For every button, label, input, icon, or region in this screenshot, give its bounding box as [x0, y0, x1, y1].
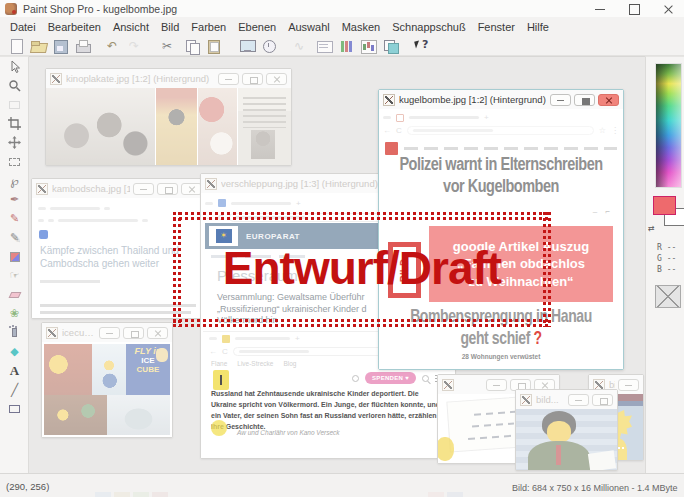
menu-ebenen[interactable]: Ebenen: [232, 19, 282, 35]
print-icon[interactable]: [74, 38, 91, 54]
kinoplakate-titlebar[interactable]: kinoplakate.jpg [1:2] (Hintergrund): [46, 69, 291, 88]
menu-datei[interactable]: Datei: [4, 19, 42, 35]
menu-masken[interactable]: Masken: [336, 19, 387, 35]
null-style-swatch[interactable]: [655, 285, 681, 308]
close-button[interactable]: [662, 3, 674, 15]
cut-icon[interactable]: ✂: [162, 38, 179, 54]
undo-icon[interactable]: ↶: [107, 38, 124, 54]
eraser-tool-icon[interactable]: [0, 285, 29, 304]
document-window-reporter[interactable]: bild...: [515, 389, 618, 471]
menu-schnappschuss[interactable]: Schnappschuß: [386, 19, 471, 35]
freehand-tool-icon[interactable]: ℘: [0, 171, 29, 190]
color-replacer-tool-icon[interactable]: [0, 247, 29, 266]
icecube-minimize-button[interactable]: [99, 327, 120, 339]
reporter-maximize-button[interactable]: [592, 394, 613, 406]
document-window-icecube[interactable]: icecube.jpg [1:1] (Hintergrund) FLY in I…: [41, 322, 173, 438]
notes-minimize-button[interactable]: [486, 379, 507, 391]
menu-farben[interactable]: Farben: [185, 19, 232, 35]
save-file-icon[interactable]: [52, 38, 69, 54]
green-channel-label: G --: [657, 254, 676, 263]
swap-colors-icon[interactable]: ⇄: [648, 224, 655, 233]
shape-tool-icon[interactable]: [0, 399, 29, 418]
clone-brush-tool-icon[interactable]: ✎: [0, 228, 29, 247]
mover-tool-icon[interactable]: [0, 133, 29, 152]
arrow-tool-icon[interactable]: [0, 57, 29, 76]
kambodscha-maximize-button[interactable]: [157, 183, 178, 195]
blue-channel-label: B --: [657, 265, 676, 274]
color-picker-tool-icon[interactable]: ✒: [0, 190, 29, 209]
browser-chrome: + ←C☆⋮: [383, 111, 619, 139]
menu-hilfe[interactable]: Hilfe: [521, 19, 555, 35]
kugelbombe-headline1: Polizei warnt in Elternschreiben vor Kug…: [379, 153, 623, 196]
icecube-close-button[interactable]: [147, 327, 168, 339]
histogram-icon[interactable]: [338, 38, 355, 54]
selection-tool-icon[interactable]: [0, 152, 29, 171]
retouch-tool-icon[interactable]: ☞: [0, 266, 29, 285]
kugelbombe-close-button[interactable]: [598, 94, 619, 106]
menu-bearbeiten[interactable]: Bearbeiten: [42, 19, 107, 35]
curve-icon[interactable]: ∿: [294, 38, 311, 54]
crop-tool-icon[interactable]: [0, 114, 29, 133]
chart-icon[interactable]: [360, 38, 377, 54]
full-screen-preview-icon[interactable]: [239, 38, 256, 54]
menu-bild[interactable]: Bild: [155, 19, 185, 35]
kinoplakate-image: [46, 88, 291, 165]
lisa-minimize-button[interactable]: [618, 379, 639, 391]
kugelbombe-titlebar[interactable]: kugelbombe.jpg [1:2] (Hintergrund): [379, 90, 623, 109]
kambodscha-close-button[interactable]: [181, 183, 202, 195]
document-icon: [46, 327, 58, 339]
cartoon-panel: [92, 344, 126, 395]
taskbar-hint: [95, 492, 168, 497]
deform-tool-icon[interactable]: [0, 95, 29, 114]
copy-icon[interactable]: [184, 38, 201, 54]
timer-icon[interactable]: [261, 38, 278, 54]
color-picker-gradient[interactable]: [655, 63, 682, 188]
paintbrush-tool-icon[interactable]: ✎: [0, 209, 29, 228]
nav-links-placeholder: [211, 255, 305, 258]
kinoplakate-maximize-button[interactable]: [242, 73, 263, 85]
menu-ansicht[interactable]: Ansicht: [107, 19, 155, 35]
maximize-button[interactable]: [628, 3, 640, 15]
cartoon-panel: [44, 395, 107, 435]
airbrush-tool-icon[interactable]: [0, 323, 29, 342]
redo-icon[interactable]: ↷: [129, 38, 146, 54]
kugelbombe-maximize-button[interactable]: [574, 94, 595, 106]
document-window-kugelbombe[interactable]: kugelbombe.jpg [1:2] (Hintergrund) + ←C☆…: [378, 89, 624, 370]
foreground-color-swatch[interactable]: [653, 196, 676, 215]
icecube-maximize-button[interactable]: [123, 327, 144, 339]
document-window-kinoplakate[interactable]: kinoplakate.jpg [1:2] (Hintergrund): [45, 68, 292, 166]
menu-auswahl[interactable]: Auswahl: [282, 19, 336, 35]
line-tool-icon[interactable]: ╱: [0, 380, 29, 399]
kugelbombe-minimize-button[interactable]: [550, 94, 571, 106]
app-titlebar[interactable]: Paint Shop Pro - kugelbombe.jpg: [0, 0, 684, 17]
layers-icon[interactable]: [382, 38, 399, 54]
new-file-icon[interactable]: [8, 38, 25, 54]
reporter-minimize-button[interactable]: [568, 394, 589, 406]
icecube-titlebar[interactable]: icecube.jpg [1:1] (Hintergrund): [42, 323, 172, 342]
color-panel: ⇄ R -- G -- B --: [645, 56, 684, 473]
dialog-icon[interactable]: [316, 38, 333, 54]
text-tool-icon[interactable]: A: [0, 361, 29, 380]
flood-fill-tool-icon[interactable]: ◆: [0, 342, 29, 361]
kinoplakate-minimize-button[interactable]: [218, 73, 239, 85]
document-window-kambodscha[interactable]: kambodscha.jpg [1:3] (Hintergrund) Kämpf…: [31, 178, 207, 319]
kinoplakate-close-button[interactable]: [266, 73, 287, 85]
reporter-image: [516, 409, 617, 470]
document-icon: [442, 379, 454, 391]
kambodscha-minimize-button[interactable]: [133, 183, 154, 195]
mdi-workspace: kinoplakate.jpg [1:2] (Hintergrund) kamb…: [29, 56, 645, 473]
date-placeholder: [40, 280, 100, 283]
paste-icon[interactable]: [206, 38, 223, 54]
minimize-button[interactable]: [594, 3, 606, 15]
menu-bar: Datei Bearbeiten Ansicht Bild Farben Ebe…: [0, 17, 684, 36]
kambodscha-titlebar[interactable]: kambodscha.jpg [1:3] (Hintergrund): [32, 179, 206, 198]
site-icon: [39, 230, 48, 239]
context-help-icon[interactable]: ?: [415, 38, 432, 54]
cartoon-panel: [44, 344, 92, 395]
icecube-title: icecube.jpg [1:1] (Hintergrund): [62, 327, 96, 338]
zoom-tool-icon[interactable]: [0, 76, 29, 95]
picture-tube-tool-icon[interactable]: ❀: [0, 304, 29, 323]
reporter-titlebar[interactable]: bild...: [516, 390, 617, 409]
open-file-icon[interactable]: [30, 38, 47, 54]
menu-fenster[interactable]: Fenster: [472, 19, 521, 35]
